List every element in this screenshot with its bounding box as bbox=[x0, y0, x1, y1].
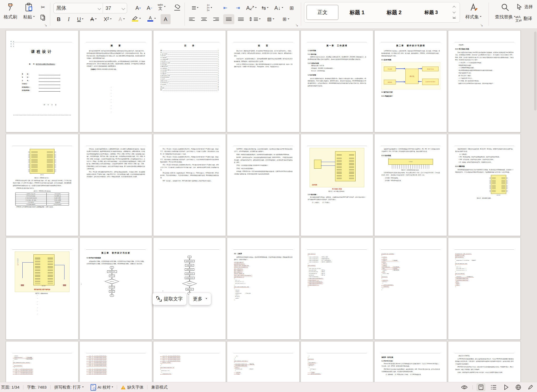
character-scale-button[interactable]: A⤢ bbox=[245, 3, 258, 12]
style-heading3[interactable]: 标题 3 bbox=[412, 9, 450, 16]
web-view-button[interactable] bbox=[514, 384, 523, 391]
copy-button[interactable] bbox=[39, 14, 47, 22]
page-thumbnail-13[interactable]: 电路的具体连接如图所示：LCD1602的数据口D0-D7接单片机的P2口，RS、… bbox=[374, 134, 447, 236]
distribute-button[interactable] bbox=[236, 15, 246, 24]
underline-button[interactable]: U bbox=[74, 15, 86, 24]
page-thumbnail-22[interactable]: LCDRW=0; LCDPORT=outData; //写输出数据。 LCDE=… bbox=[6, 341, 78, 382]
increase-indent-button[interactable]: ⇥ bbox=[232, 3, 244, 12]
clear-format-button[interactable] bbox=[172, 3, 183, 12]
document-canvas[interactable]: 课程设计题 目：基于51单片机数字电压表的设计系 别：·············… bbox=[0, 28, 537, 382]
page-thumbnail-14[interactable]: 液晶1602的第15、16脚为背光电源引脚，BLA接+5V，BLK接地。第3脚V… bbox=[448, 134, 521, 236]
paste-button[interactable]: 粘贴 bbox=[23, 3, 35, 20]
drag-handle[interactable] bbox=[11, 41, 15, 47]
more-button[interactable]: 更多 bbox=[189, 293, 211, 305]
ai-proof-button[interactable]: AI 校对 bbox=[91, 384, 113, 391]
gallery-scroll-down[interactable] bbox=[453, 10, 455, 13]
page-thumbnail-27[interactable]: 第四章：软件仿真4.1 PROTEUS 简介Proteus ISIS 是英国 L… bbox=[374, 341, 447, 382]
page-thumbnail-15[interactable]: P3.4P3.3P2.3+5V500KADC0809模拟量转换为数字量电路图2-… bbox=[6, 238, 78, 340]
page-thumbnail-23[interactable]: case '3': WriteData(0x33);break; case '4… bbox=[79, 341, 152, 382]
styles-dialog-launcher[interactable]: ↘ bbox=[480, 23, 483, 27]
page-thumbnail-7[interactable]: 设备选用。2.2.2 单片机最小系统51单片机是对目前所有兼容 Intel 80… bbox=[448, 30, 521, 132]
increase-font-button[interactable]: A+ bbox=[133, 3, 143, 12]
page-view-button[interactable] bbox=[476, 383, 485, 391]
spellcheck-status[interactable]: 拼写检查: 打开 bbox=[54, 385, 84, 390]
find-replace-button[interactable]: 查找替换 bbox=[495, 3, 515, 20]
page-thumbnail-25[interactable]: p++; }}void Timer0() interrupt 1{ TH0=(6… bbox=[227, 341, 300, 382]
translate-button[interactable]: ⇄A文⇄ 翻译 bbox=[515, 15, 532, 22]
sort-button[interactable]: A↓ bbox=[273, 3, 285, 12]
page-thumbnail-9[interactable]: C51内核，在内部功能及管脚排布上与通用的80c51相同，其主要用于会聚调整时的… bbox=[79, 134, 152, 236]
extract-text-button[interactable]: 提取文字 bbox=[152, 293, 187, 305]
line-spacing-button[interactable]: ⇕ bbox=[247, 15, 262, 24]
bold-button[interactable]: B bbox=[54, 15, 63, 24]
page-thumbnail-17[interactable]: 开始液晶1602初始化程序设置显示起始地址调用A/D转换子程序调用数据处理子程序… bbox=[153, 238, 226, 340]
compatibility-mode[interactable]: 兼容模式 bbox=[151, 385, 167, 390]
decrease-font-button[interactable]: A− bbox=[144, 3, 155, 12]
style-heading1[interactable]: 标题 1 bbox=[339, 9, 376, 16]
word-count[interactable]: 字数: 7483 bbox=[27, 385, 47, 390]
page-thumbnail-20[interactable]: unsigned char ADC0809(){ START=0; _nop_(… bbox=[374, 238, 447, 340]
gallery-more[interactable] bbox=[453, 15, 456, 18]
align-center-button[interactable] bbox=[199, 15, 209, 24]
page-thumbnail-24[interactable]: case 'E': WriteData(0x45);break; case 'F… bbox=[153, 341, 226, 382]
bd-reset-circuit: 复位电路 bbox=[384, 67, 396, 71]
font-size-caret[interactable] bbox=[120, 6, 127, 11]
eye-protection-button[interactable] bbox=[460, 384, 469, 391]
outline-view-button[interactable] bbox=[489, 384, 498, 391]
bullet-list-button[interactable] bbox=[187, 3, 201, 12]
align-right-button[interactable] bbox=[211, 15, 221, 24]
select-button[interactable]: 选择 bbox=[516, 4, 533, 10]
play-view-button[interactable] bbox=[502, 384, 511, 391]
spellcheck-squiggle: Display(); bbox=[381, 286, 389, 287]
page-thumbnail-4[interactable]: 前 言最近几年来，随着科技的飞速发展，单片机领域在不断的完善与改进。由于单片机具… bbox=[227, 30, 300, 132]
page-thumbnail-28[interactable]: 的电子设计开发环境。在 PROTEUS 绘制好原理图后，调入已编译好的目标代码文… bbox=[448, 341, 521, 382]
format-painter-button[interactable]: 格式刷 bbox=[4, 3, 17, 20]
superscript-button[interactable]: X² bbox=[101, 15, 114, 24]
page-thumbnail-1[interactable]: 课程设计题 目：基于51单片机数字电压表的设计系 别：·············… bbox=[6, 30, 78, 132]
tab-grid-button[interactable]: ⊞ bbox=[286, 3, 297, 12]
page-thumbnail-19[interactable]: void LCDInit(){ LCDWriteCom(0x38); //设置1… bbox=[301, 238, 373, 340]
page-thumbnail-8[interactable]: AT89C51图2-2-1 AT89C51 单片机。AT89C51本身内含40个… bbox=[6, 134, 78, 236]
numbered-list-button[interactable]: 1≡2≡3≡ bbox=[203, 3, 216, 12]
page-thumbnail-2[interactable]: 摘 要数字电压表简称DVM，数字电压表基本原理是将输入的模拟电压信号转化为数字信… bbox=[79, 30, 152, 132]
flow-step: 设定通道模式为输入 bbox=[107, 270, 117, 273]
text-direction-button[interactable]: ⇆ bbox=[259, 3, 271, 12]
pinyin-guide-button[interactable]: wén 文 bbox=[156, 2, 167, 11]
borders-button[interactable]: ⊞ bbox=[279, 15, 293, 24]
shading-button[interactable]: ▨ bbox=[264, 15, 277, 24]
font-name-caret[interactable] bbox=[96, 6, 103, 11]
page-thumbnail-10[interactable]: P1口：P1口是一个带内部上拉电阻的8位双向I/O口，P1的输出缓冲级可驱动4个… bbox=[153, 134, 226, 236]
page-thumbnail-6[interactable]: 第二章 硬件设计与原理以AT89C51单片机为核心，起着控制作用。系统包括LCD… bbox=[374, 30, 447, 132]
page-thumbnail-18[interactable]: 3.2 主程序由89C51对LCD液晶显示初始化，再由ADC0809模数转换，开… bbox=[227, 238, 300, 340]
vertical-scrollbar[interactable] bbox=[534, 32, 536, 110]
missing-font-warning[interactable]: 缺失字体 bbox=[121, 384, 143, 390]
decrease-indent-button[interactable]: ⇤ bbox=[220, 3, 231, 12]
page-thumbnail-3[interactable]: 目 录摘要1前言2第一章 工作原理31.1 设计目标31.1.1 基本功能31.… bbox=[153, 30, 226, 132]
italic-button[interactable]: I bbox=[64, 15, 73, 24]
character-shading-button[interactable]: A bbox=[161, 14, 171, 24]
style-heading2[interactable]: 标题 2 bbox=[376, 9, 413, 16]
font-color-button[interactable]: A bbox=[145, 14, 158, 23]
text-direction-caret bbox=[267, 7, 268, 9]
page-indicator[interactable]: 页面: 1/34 bbox=[1, 385, 19, 390]
gallery-scroll-up[interactable] bbox=[453, 6, 455, 9]
page-thumbnail-21[interactable]: unsigned char code str[]="V=";unsigned i… bbox=[448, 238, 521, 340]
paragraph-dialog-launcher[interactable]: ↘ bbox=[295, 23, 298, 27]
page-thumbnail-26[interactable]: }}void main(){ InitTimer0(); LCDInit(); … bbox=[301, 341, 373, 382]
page-thumbnail-12[interactable]: 晶振电路单片机最小系统图2-2-2 单片机最小系统电路。1.2.4 复位电路：复… bbox=[301, 134, 373, 236]
font-size-select[interactable]: 37 bbox=[103, 5, 120, 11]
clipboard-dialog-launcher[interactable]: ↘ bbox=[44, 23, 47, 27]
page-thumbnail-16[interactable]: 第三章 软件设计与分析3.1 软件设计结构描述该系统由延时子函数、LCD1602… bbox=[79, 238, 152, 340]
font-name-select[interactable]: 黑体 bbox=[54, 5, 96, 12]
style-normal[interactable]: 正文 bbox=[306, 5, 339, 20]
align-left-button[interactable] bbox=[187, 15, 197, 24]
edit-pen-button[interactable] bbox=[526, 384, 535, 391]
character-border-button[interactable]: A bbox=[115, 15, 128, 24]
justify-button[interactable] bbox=[223, 14, 234, 24]
style-set-button[interactable]: 样式集 bbox=[465, 3, 481, 20]
cut-button[interactable]: ✂ bbox=[39, 3, 47, 11]
highlight-color-button[interactable] bbox=[130, 14, 143, 23]
page-thumbnail-5[interactable]: 第一章 工作原理1.1 设计目标1.1.1 基本功能利用51单片机作为主控芯片，… bbox=[301, 30, 373, 132]
page-thumbnail-11[interactable]: ALE/PROG：外部输出的时钟脉冲端。当访问外部存储器时，地址锁存允许的输出电… bbox=[227, 134, 300, 236]
strikethrough-button[interactable]: A bbox=[87, 15, 100, 24]
